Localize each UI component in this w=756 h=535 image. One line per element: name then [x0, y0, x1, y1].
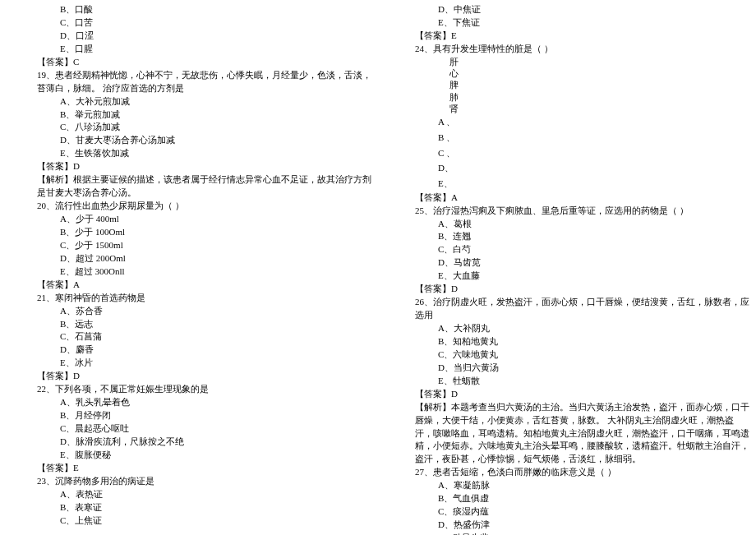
q21-text: 21、寒闭神昏的首选药物是	[37, 292, 371, 305]
q24-option-e: E、	[415, 176, 749, 191]
q25-option-d: D、马齿苋	[415, 256, 749, 270]
q19-option-d: D、甘麦大枣汤合养心汤加减	[37, 134, 371, 147]
q22-option-e: E、腹胀便秘	[37, 449, 371, 462]
q19-answer: 【答案】D	[37, 160, 371, 173]
q23-option-c: C、上焦证	[37, 514, 371, 528]
q23-option-d: D、中焦证	[415, 3, 749, 16]
q25-option-b: B、连翘	[415, 230, 749, 243]
q27-text: 27、患者舌短缩，色淡白而胖嫩的临床意义是（ ）	[415, 466, 749, 479]
q18-option-b: B、口酸	[37, 3, 371, 16]
q20-option-c: C、少于 1500ml	[37, 239, 371, 252]
q24-choice-b: 心	[415, 67, 749, 79]
left-column: B、口酸 C、口苦 D、口涩 E、口腥 【答案】C 19、患者经期精神恍惚，心神…	[0, 0, 378, 535]
q21-option-d: D、麝香	[37, 344, 371, 357]
q21-option-c: C、石菖蒲	[37, 330, 371, 344]
q27-option-e: E、动风先兆	[415, 532, 749, 535]
q25-option-a: A、葛根	[415, 218, 749, 231]
q22-option-a: A、乳头乳晕着色	[37, 396, 371, 409]
q20-option-a: A、少于 400ml	[37, 213, 371, 226]
q22-text: 22、下列各项，不属正常妊娠生理现象的是	[37, 383, 371, 396]
q23-text: 23、沉降药物多用治的病证是	[37, 475, 371, 488]
q21-option-e: E、冰片	[37, 357, 371, 370]
q18-option-d: D、口涩	[37, 30, 371, 43]
q24-option-c: C 、	[415, 145, 749, 161]
q24-choice-c: 脾	[415, 79, 749, 90]
q27-option-a: A、寒凝筋脉	[415, 479, 749, 492]
q19-option-e: E、生铁落饮加减	[37, 147, 371, 160]
q26-option-a: A、大补阴丸	[415, 322, 749, 335]
q18-answer: 【答案】C	[37, 56, 371, 69]
q26-answer: 【答案】D	[415, 388, 749, 401]
q18-option-c: C、口苦	[37, 16, 371, 30]
q24-answer: 【答案】A	[415, 191, 749, 205]
q20-option-d: D、超过 200Oml	[37, 252, 371, 265]
q20-option-e: E、超过 300Onll	[37, 265, 371, 279]
q26-option-c: C、六味地黄丸	[415, 348, 749, 362]
q23-option-e: E、下焦证	[415, 16, 749, 30]
q24-choice-e: 肾	[415, 103, 749, 114]
q26-option-b: B、知柏地黄丸	[415, 335, 749, 348]
q19-text: 19、患者经期精神恍惚，心神不宁，无故悲伤，心悸失眠，月经量少，色淡，舌淡，苔薄…	[37, 69, 371, 95]
q27-option-c: C、痰湿内蕴	[415, 505, 749, 519]
q21-answer: 【答案】D	[37, 370, 371, 383]
q25-option-c: C、白芍	[415, 243, 749, 256]
q22-option-c: C、晨起恶心呕吐	[37, 422, 371, 436]
q26-option-d: D、当归六黄汤	[415, 362, 749, 375]
q20-answer: 【答案】A	[37, 279, 371, 292]
q23-option-b: B、表寒证	[37, 501, 371, 514]
q22-option-b: B、月经停闭	[37, 409, 371, 422]
q23-answer: 【答案】E	[415, 30, 749, 43]
q21-option-a: A、苏合香	[37, 305, 371, 318]
q20-text: 20、流行性出血热少尿期尿量为（ ）	[37, 200, 371, 213]
q24-option-b: B 、	[415, 130, 749, 145]
q24-choice-a: 肝	[415, 56, 749, 67]
q26-option-e: E、牡蛎散	[415, 375, 749, 388]
q22-option-d: D、脉滑疾流利，尺脉按之不绝	[37, 436, 371, 449]
q24-option-d: D、	[415, 160, 749, 176]
q24-choice-d: 肺	[415, 91, 749, 103]
q25-option-e: E、大血藤	[415, 270, 749, 283]
q24-option-a: A 、	[415, 114, 749, 130]
right-column: D、中焦证 E、下焦证 【答案】E 24、具有升发生理特性的脏是（ ） 肝 心 …	[378, 0, 756, 535]
q18-option-e: E、口腥	[37, 43, 371, 56]
q25-text: 25、治疗湿热泻痢及下痢脓血、里急后重等证，应选用的药物是（ ）	[415, 205, 749, 218]
q26-explain: 【解析】本题考查当归六黄汤的主治。当归六黄汤主治发热，盗汗，面赤心烦，口干唇燥，…	[415, 401, 749, 467]
q26-text: 26、治疗阴虚火旺，发热盗汗，面赤心烦，口干唇燥，便结溲黄，舌红，脉数者，应选用	[415, 296, 749, 322]
q20-option-b: B、少于 100Oml	[37, 226, 371, 239]
q19-option-a: A、大补元煎加减	[37, 95, 371, 108]
q27-option-b: B、气血俱虚	[415, 492, 749, 505]
q23-option-a: A、表热证	[37, 488, 371, 501]
q21-option-b: B、远志	[37, 318, 371, 331]
q25-answer: 【答案】D	[415, 283, 749, 296]
q19-option-b: B、举元煎加减	[37, 108, 371, 122]
q27-option-d: D、热盛伤津	[415, 519, 749, 532]
q19-explain: 【解析】根据主要证候的描述，该患者属于经行情志异常心血不足证，故其治疗方剂是甘麦…	[37, 173, 371, 200]
q24-text: 24、具有升发生理特性的脏是（ ）	[415, 43, 749, 56]
q22-answer: 【答案】E	[37, 462, 371, 475]
q19-option-c: C、八珍汤加减	[37, 121, 371, 134]
